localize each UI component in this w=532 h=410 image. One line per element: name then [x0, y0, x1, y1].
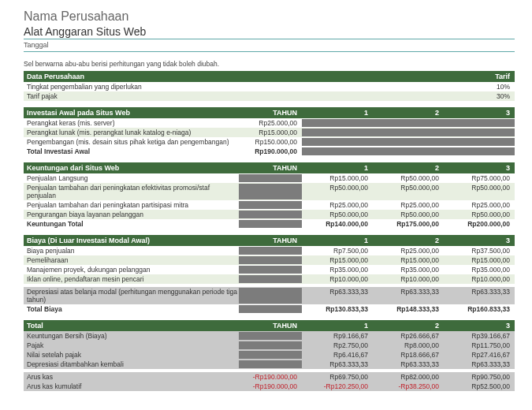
row-value: Rp150.000,00 [239, 138, 302, 146]
row-value: Rp63.333,33 [302, 288, 373, 304]
row-label: Pajak [27, 341, 239, 349]
blocked-cell [239, 201, 302, 209]
section-header: Data Perusahaan Tarif [24, 71, 515, 82]
row-label: Total Investasi Awal [27, 147, 239, 155]
header-year-2: 2 [373, 109, 444, 117]
row-value: Rp2.750,00 [302, 341, 373, 349]
blocked-cell [239, 305, 302, 313]
row-label: Biaya penjualan [27, 247, 239, 255]
row-value: Rp39.166,67 [444, 332, 515, 340]
header-tarif: Tarif [459, 73, 515, 80]
header-year-3: 3 [444, 322, 515, 330]
data-row: Tingkat pengembalian yang diperlukan 10% [24, 82, 515, 91]
benefits-section: Keuntungan dari Situs Web TAHUN 1 2 3 Pe… [24, 162, 515, 229]
row-value: Rp15.000,00 [444, 256, 515, 264]
depreciation-row: Depresiasi atas belanja modal (perhitung… [24, 287, 515, 304]
row-value: -Rp38.250,00 [373, 382, 444, 390]
data-row: Depresiasi ditambahkan kembali Rp63.333,… [24, 360, 515, 369]
header-year-3: 3 [444, 109, 515, 117]
data-row: Penjualan tambahan dari peningkatan part… [24, 200, 515, 210]
blocked-cell [239, 275, 302, 283]
row-value: Rp35.000,00 [302, 266, 373, 274]
row-value: Rp130.833,33 [302, 305, 373, 313]
row-value: Rp25.000,00 [373, 247, 444, 255]
data-row: Pengurangan biaya layanan pelanggan Rp50… [24, 210, 515, 219]
divider [24, 51, 515, 52]
row-value: Rp63.333,33 [444, 288, 515, 304]
row-value: -Rp190.000,00 [239, 373, 302, 381]
row-value: Rp63.333,33 [373, 360, 444, 368]
header-year-1: 1 [302, 109, 373, 117]
row-value: Rp190.000,00 [239, 147, 302, 155]
header-label: Keuntungan dari Situs Web [27, 164, 239, 172]
data-row: Pemeliharaan Rp15.000,00 Rp15.000,00 Rp1… [24, 255, 515, 265]
blocked-cell [444, 119, 515, 127]
blocked-cell [373, 129, 444, 136]
row-value: Rp50.000,00 [373, 184, 444, 199]
row-value: Rp8.000,00 [373, 341, 444, 349]
row-label: Arus kas kumulatif [27, 382, 239, 390]
header-year-3: 3 [444, 237, 515, 244]
blocked-cell [239, 184, 302, 199]
row-value: Rp35.000,00 [444, 266, 515, 274]
row-value: Rp18.666,67 [373, 351, 444, 359]
header-label: Data Perusahaan [27, 73, 459, 80]
row-value: Rp63.333,33 [373, 288, 444, 304]
blocked-cell [239, 220, 302, 228]
blocked-cell [444, 138, 515, 146]
row-value: Rp25.000,00 [302, 201, 373, 209]
data-row: Keuntungan Bersih (Biaya) Rp9.166,67 Rp2… [24, 331, 515, 341]
row-value: Rp90.750,00 [444, 373, 515, 381]
blocked-cell [239, 341, 302, 349]
row-value: 10% [459, 83, 515, 91]
blocked-cell [239, 211, 302, 218]
date-label: Tanggal [24, 41, 515, 49]
header-tahun: TAHUN [239, 164, 302, 172]
blocked-cell [239, 266, 302, 274]
row-label: Iklan online, pendaftaran mesin pencari [27, 275, 239, 283]
data-row: Tarif pajak 30% [24, 91, 515, 101]
row-label: Penjualan Langsung [27, 174, 239, 182]
row-label: Penjualan tambahan dari peningkatan part… [27, 201, 239, 209]
header-year-2: 2 [373, 237, 444, 244]
row-value: Rp27.416,67 [444, 351, 515, 359]
row-value: Rp75.000,00 [444, 174, 515, 182]
row-value: Rp50.000,00 [302, 184, 373, 199]
row-value: -Rp190.000,00 [239, 382, 302, 390]
data-row: Pajak Rp2.750,00 Rp8.000,00 Rp11.750,00 [24, 341, 515, 350]
row-value: Rp50.000,00 [302, 211, 373, 218]
tool-title: Alat Anggaran Situs Web [24, 25, 515, 38]
blocked-cell [444, 129, 515, 136]
row-label: Keuntungan Total [27, 220, 239, 228]
data-row: Nilai setelah pajak Rp6.416,67 Rp18.666,… [24, 350, 515, 360]
data-row: Perangkat keras (mis. server) Rp25.000,0… [24, 118, 515, 128]
header-year-1: 1 [302, 322, 373, 330]
row-value: Rp10.000,00 [373, 275, 444, 283]
investment-section: Investasi Awal pada Situs Web TAHUN 1 2 … [24, 107, 515, 156]
row-value: Rp9.166,67 [302, 332, 373, 340]
header-label: Investasi Awal pada Situs Web [27, 109, 239, 117]
blocked-cell [373, 119, 444, 127]
cashflow-row: Arus kas -Rp190.000,00 Rp69.750,00 Rp82.… [24, 372, 515, 382]
blocked-cell [373, 138, 444, 146]
data-row: Biaya penjualan Rp7.500,00 Rp25.000,00 R… [24, 246, 515, 255]
blocked-cell [239, 351, 302, 359]
row-value: Rp15.000,00 [302, 174, 373, 182]
row-label: Manajemen proyek, dukungan pelanggan [27, 266, 239, 274]
row-value: Rp15.000,00 [239, 129, 302, 136]
row-value: Rp7.500,00 [302, 247, 373, 255]
row-label: Keuntungan Bersih (Biaya) [27, 332, 239, 340]
row-value: Rp15.000,00 [373, 256, 444, 264]
total-row: Total Biaya Rp130.833,33 Rp148.333,33 Rp… [24, 304, 515, 314]
row-value: Rp160.833,33 [444, 305, 515, 313]
row-value: Rp25.000,00 [444, 201, 515, 209]
blocked-cell [302, 147, 373, 155]
data-row: Penjualan Langsung Rp15.000,00 Rp50.000,… [24, 173, 515, 183]
data-row: Penjualan tambahan dari peningkatan efek… [24, 183, 515, 200]
header-tahun: TAHUN [239, 237, 302, 244]
row-value: Rp37.500,00 [444, 247, 515, 255]
row-label: Tarif pajak [27, 92, 459, 100]
row-value: Rp10.000,00 [444, 275, 515, 283]
computed-note: Sel berwarna abu-abu berisi perhitungan … [24, 60, 515, 68]
row-value: Rp10.000,00 [302, 275, 373, 283]
